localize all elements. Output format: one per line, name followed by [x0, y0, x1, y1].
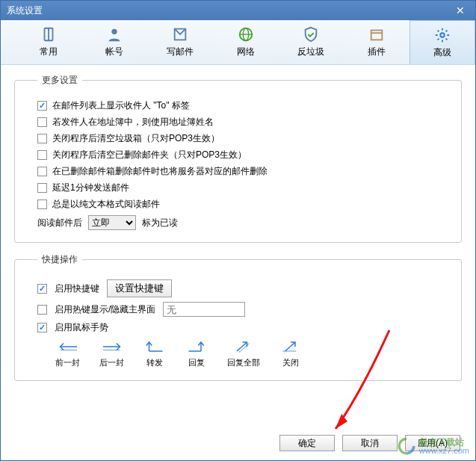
gesture-label: 前一封 [55, 357, 80, 368]
checkbox[interactable] [37, 134, 47, 143]
page-icon [40, 26, 57, 43]
close-icon[interactable]: ✕ [451, 4, 469, 17]
checkbox[interactable] [37, 117, 47, 127]
tab-advanced[interactable]: 高级 [409, 20, 475, 64]
set-shortcut-button[interactable]: 设置快捷键 [107, 279, 172, 297]
cancel-button[interactable]: 取消 [342, 435, 398, 451]
shortcuts-group: 快捷操作 启用快捷键 设置快捷键 启用热键显示/隐藏主界面 启用鼠标手势 前一封… [14, 253, 462, 381]
gesture-forward: 转发 [143, 338, 166, 368]
checkbox-label: 延迟1分钟发送邮件 [52, 182, 129, 194]
more-settings-title: 更多设置 [37, 74, 82, 87]
enable-gesture-label: 启用鼠标手势 [55, 321, 108, 334]
checkbox-label: 关闭程序后清空垃圾箱（只对POP3生效） [52, 132, 220, 145]
box-icon [368, 26, 385, 43]
more-settings-group: 更多设置 在邮件列表上显示收件人 "To" 标签 若发件人在地址簿中，则使用地址… [14, 74, 462, 243]
tab-spam[interactable]: 反垃圾 [278, 20, 344, 64]
watermark-cn: 极光下载站 [419, 438, 469, 447]
tab-label: 常用 [40, 46, 58, 58]
read-suffix: 标为已读 [142, 217, 178, 229]
window-title: 系统设置 [7, 4, 43, 17]
watermark-url: www.xz7.com [419, 447, 469, 455]
swirl-icon [397, 436, 416, 456]
checkbox[interactable] [37, 101, 47, 111]
svg-point-8 [440, 33, 445, 37]
checkbox-label: 关闭程序后清空已删除邮件夹（只对POP3生效） [52, 149, 247, 161]
tab-label: 反垃圾 [297, 46, 324, 58]
shield-icon [303, 26, 319, 43]
tab-label: 写邮件 [167, 46, 194, 58]
tab-network[interactable]: 网络 [213, 20, 279, 64]
watermark: 极光下载站 www.xz7.com [397, 436, 469, 456]
titlebar: 系统设置 ✕ [1, 1, 475, 20]
checkbox[interactable] [37, 305, 47, 315]
read-delay-select[interactable]: 立即 [88, 215, 136, 230]
tab-label: 网络 [237, 46, 255, 58]
enable-shortcut-label: 启用快捷键 [55, 282, 99, 295]
checkbox-label: 在邮件列表上显示收件人 "To" 标签 [52, 99, 190, 112]
gear-icon [434, 27, 451, 43]
checkbox-label: 在已删除邮件箱删除邮件时也将服务器对应的邮件删除 [52, 165, 268, 178]
svg-line-19 [285, 342, 296, 351]
enable-hotkey-label: 启用热键显示/隐藏主界面 [55, 303, 155, 316]
tab-label: 高级 [433, 46, 451, 59]
svg-point-2 [111, 29, 117, 34]
tab-account[interactable]: 帐号 [81, 20, 147, 64]
tab-compose[interactable]: 写邮件 [147, 20, 213, 64]
checkbox[interactable] [37, 323, 47, 332]
gesture-label: 关闭 [282, 357, 299, 368]
hotkey-input[interactable] [163, 302, 245, 317]
person-icon [106, 26, 123, 43]
gesture-next: 后一封 [99, 338, 124, 368]
shortcuts-title: 快捷操作 [37, 253, 82, 266]
ok-button[interactable]: 确定 [279, 435, 335, 451]
tab-common[interactable]: 常用 [16, 20, 81, 64]
gesture-close: 关闭 [279, 338, 302, 368]
checkbox[interactable] [37, 167, 47, 176]
checkbox[interactable] [37, 199, 47, 209]
svg-rect-6 [371, 31, 383, 40]
tab-label: 插件 [368, 46, 386, 58]
gesture-label: 回复全部 [227, 357, 260, 368]
checkbox-label: 总是以纯文本格式阅读邮件 [52, 198, 160, 211]
compose-icon [172, 26, 188, 43]
gesture-reply-all: 回复全部 [227, 338, 260, 368]
gesture-list: 前一封 后一封 转发 回复 回复全部 关闭 [55, 338, 448, 368]
checkbox[interactable] [37, 183, 47, 193]
gesture-label: 转发 [146, 357, 163, 368]
checkbox-label: 若发件人在地址簿中，则使用地址簿姓名 [52, 116, 214, 129]
svg-marker-21 [336, 414, 347, 429]
toolbar: 常用 帐号 写邮件 网络 反垃圾 插件 高级 [1, 20, 475, 65]
tab-plugins[interactable]: 插件 [344, 20, 409, 64]
globe-icon [238, 26, 254, 43]
tab-label: 帐号 [105, 46, 123, 58]
gesture-prev: 前一封 [55, 338, 80, 368]
checkbox[interactable] [37, 150, 47, 160]
checkbox[interactable] [37, 284, 47, 294]
gesture-reply: 回复 [185, 338, 208, 368]
gesture-label: 回复 [188, 357, 205, 368]
read-prefix: 阅读邮件后 [37, 217, 82, 229]
gesture-label: 后一封 [99, 357, 124, 368]
